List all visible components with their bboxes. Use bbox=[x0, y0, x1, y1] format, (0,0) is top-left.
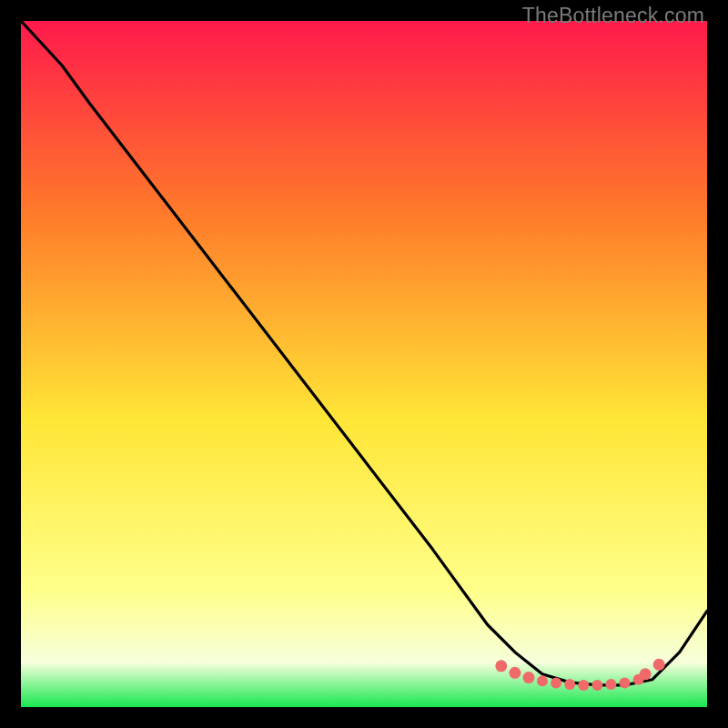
highlight-dot bbox=[578, 680, 589, 691]
highlight-dot bbox=[564, 679, 575, 690]
highlight-dot bbox=[509, 667, 521, 679]
highlight-dot bbox=[620, 678, 631, 689]
bottleneck-chart bbox=[21, 21, 707, 707]
highlight-dot bbox=[551, 678, 561, 689]
highlight-dot bbox=[523, 672, 535, 683]
highlight-dot bbox=[537, 675, 548, 686]
highlight-dot bbox=[605, 679, 616, 690]
highlight-dot bbox=[592, 680, 602, 691]
gradient-background bbox=[21, 21, 707, 707]
highlight-dot bbox=[653, 659, 665, 671]
highlight-dot bbox=[495, 660, 507, 672]
watermark-text: TheBottleneck.com bbox=[522, 4, 704, 28]
chart-frame bbox=[21, 21, 707, 707]
highlight-dot bbox=[640, 668, 652, 680]
